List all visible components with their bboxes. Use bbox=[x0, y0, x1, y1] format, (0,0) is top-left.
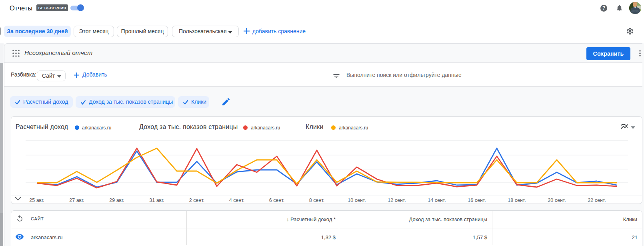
svg-text:25 авг.: 25 авг. bbox=[29, 198, 44, 203]
svg-text:22 сент.: 22 сент. bbox=[588, 198, 606, 203]
svg-text:20 сент.: 20 сент. bbox=[548, 198, 566, 203]
svg-text:4 сент.: 4 сент. bbox=[229, 198, 244, 203]
svg-text:16 сент.: 16 сент. bbox=[468, 198, 486, 203]
svg-text:29 авг.: 29 авг. bbox=[109, 198, 124, 203]
svg-text:6 сент.: 6 сент. bbox=[269, 198, 284, 203]
svg-text:18 сент.: 18 сент. bbox=[508, 198, 526, 203]
svg-text:2 сент.: 2 сент. bbox=[189, 198, 204, 203]
svg-text:12 сент.: 12 сент. bbox=[388, 198, 406, 203]
svg-text:10 сент.: 10 сент. bbox=[348, 198, 366, 203]
svg-text:31 авг.: 31 авг. bbox=[149, 198, 164, 203]
svg-text:14 сент.: 14 сент. bbox=[428, 198, 446, 203]
svg-text:8 сент.: 8 сент. bbox=[309, 198, 324, 203]
svg-text:27 авг.: 27 авг. bbox=[69, 198, 84, 203]
